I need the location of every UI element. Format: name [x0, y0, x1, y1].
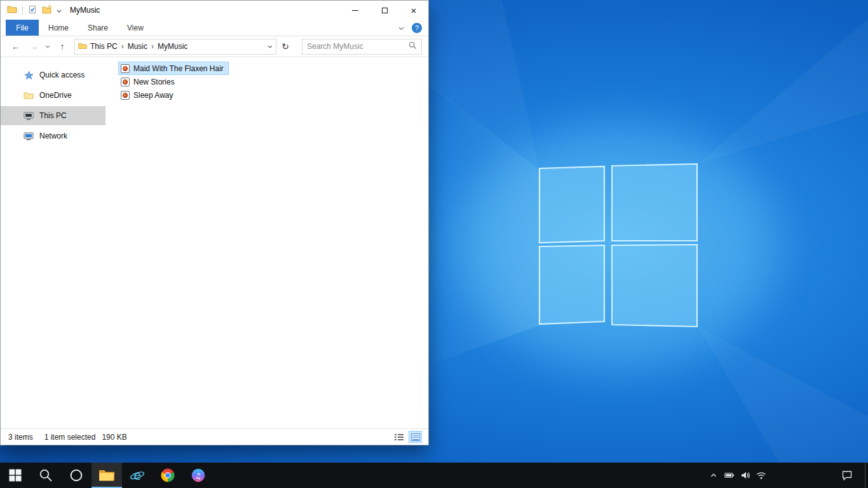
- cortana-button[interactable]: [61, 463, 92, 488]
- file-explorer-window: MyMusic × File Home Share View ? ← → ↑: [0, 0, 429, 445]
- items-count: 3 items: [8, 433, 33, 442]
- file-explorer-icon: [98, 468, 115, 482]
- internet-explorer-icon: e: [130, 468, 145, 483]
- close-button[interactable]: ×: [399, 1, 428, 20]
- taskbar: e ♫: [0, 463, 868, 488]
- navigation-pane: Quick access OneDrive This PC Network: [1, 57, 105, 428]
- qat-chevron-down-icon[interactable]: [57, 6, 62, 15]
- breadcrumb-this-pc[interactable]: This PC: [87, 42, 121, 51]
- ribbon-tab-row: File Home Share View ?: [1, 20, 428, 36]
- toolbar-separator: [22, 6, 23, 15]
- minimize-button[interactable]: [341, 1, 370, 20]
- cortana-icon: [69, 468, 84, 483]
- onedrive-folder-icon: [24, 90, 34, 100]
- system-tray: [709, 463, 766, 488]
- volume-icon[interactable]: [740, 470, 750, 480]
- action-center-icon: [841, 470, 853, 481]
- internet-explorer-button[interactable]: e: [122, 463, 153, 488]
- start-button[interactable]: [0, 463, 31, 488]
- svg-text:e: e: [133, 468, 141, 482]
- window-folder-icon: [7, 4, 17, 17]
- refresh-button[interactable]: ↻: [277, 39, 294, 55]
- action-center-button[interactable]: [836, 463, 858, 488]
- search-icon: [38, 468, 53, 483]
- back-button[interactable]: ←: [7, 38, 25, 55]
- tray-chevron-up-icon[interactable]: [709, 470, 719, 480]
- explorer-content: Quick access OneDrive This PC Network: [1, 57, 428, 428]
- file-item[interactable]: Sleep Away: [118, 88, 179, 102]
- properties-icon[interactable]: [28, 5, 37, 16]
- file-item[interactable]: New Stories: [118, 75, 180, 88]
- quick-access-toolbar: [7, 4, 62, 17]
- file-name: Sleep Away: [133, 91, 173, 100]
- breadcrumb-mymusic[interactable]: MyMusic: [154, 42, 191, 51]
- address-bar: ← → ↑ This PC › Music › MyMusic ↻: [1, 36, 428, 57]
- network-icon: [24, 131, 34, 141]
- view-switcher: [392, 431, 422, 443]
- titlebar: MyMusic ×: [1, 1, 428, 20]
- selection-status: 1 item selected: [44, 433, 96, 442]
- tab-view[interactable]: View: [118, 20, 153, 36]
- sidebar-item-this-pc[interactable]: This PC: [1, 106, 105, 125]
- itunes-button[interactable]: ♫: [183, 463, 214, 488]
- sidebar-item-label: OneDrive: [39, 91, 72, 100]
- large-icons-view-icon: [411, 433, 420, 441]
- search-icon[interactable]: [409, 41, 417, 51]
- svg-text:♫: ♫: [195, 471, 201, 480]
- maximize-icon: [382, 8, 388, 13]
- tab-file[interactable]: File: [6, 20, 39, 36]
- breadcrumb-music[interactable]: Music: [125, 42, 151, 51]
- sidebar-item-network[interactable]: Network: [1, 126, 105, 146]
- chrome-icon: [160, 468, 175, 483]
- sidebar-item-label: Network: [39, 132, 67, 140]
- audio-disc-glyph: [123, 66, 128, 71]
- file-list[interactable]: Maid With The Flaxen Hair New Stories Sl…: [105, 57, 428, 428]
- status-bar: 3 items 1 item selected 190 KB: [1, 428, 428, 445]
- search-box: [302, 39, 422, 55]
- expand-ribbon-chevron-icon[interactable]: [398, 24, 404, 32]
- taskbar-search-button[interactable]: [31, 463, 61, 488]
- maximize-button[interactable]: [370, 1, 399, 20]
- new-folder-icon[interactable]: [42, 5, 51, 16]
- file-item-selected[interactable]: Maid With The Flaxen Hair: [118, 62, 229, 75]
- show-desktop-button[interactable]: [865, 463, 868, 488]
- audio-disc-glyph: [123, 79, 128, 85]
- address-dropdown-chevron-icon[interactable]: [264, 39, 276, 54]
- file-name: New Stories: [133, 78, 175, 86]
- sidebar-item-label: Quick access: [39, 71, 85, 79]
- sidebar-item-onedrive[interactable]: OneDrive: [1, 86, 105, 105]
- quick-access-star-icon: [24, 70, 34, 80]
- battery-icon[interactable]: [724, 470, 735, 480]
- help-button[interactable]: ?: [412, 23, 422, 33]
- forward-button[interactable]: →: [25, 38, 42, 55]
- itunes-icon: ♫: [191, 468, 206, 483]
- chrome-button[interactable]: [153, 463, 183, 488]
- recent-locations-chevron-icon[interactable]: [43, 38, 53, 55]
- address-folder-icon: [78, 41, 87, 52]
- caption-buttons: ×: [341, 1, 428, 20]
- audio-disc-glyph: [123, 93, 128, 98]
- wifi-icon[interactable]: [756, 470, 766, 480]
- sidebar-item-label: This PC: [39, 111, 67, 120]
- details-view-button[interactable]: [392, 431, 405, 443]
- computer-icon: [24, 111, 34, 121]
- address-box[interactable]: This PC › Music › MyMusic: [74, 39, 276, 55]
- audio-file-icon: [121, 78, 130, 86]
- audio-file-icon: [121, 64, 130, 73]
- windows-start-icon: [8, 468, 23, 483]
- sidebar-item-quick-access[interactable]: Quick access: [1, 65, 105, 85]
- window-title: MyMusic: [70, 6, 100, 15]
- tab-home[interactable]: Home: [39, 20, 78, 36]
- ribbon-right-controls: ?: [398, 20, 428, 36]
- file-name: Maid With The Flaxen Hair: [133, 64, 224, 73]
- details-view-icon: [395, 433, 403, 441]
- minimize-icon: [352, 10, 358, 11]
- audio-file-icon: [121, 91, 130, 100]
- search-input[interactable]: [307, 42, 409, 51]
- up-button[interactable]: ↑: [53, 38, 71, 55]
- tab-share[interactable]: Share: [78, 20, 118, 36]
- large-icons-view-button[interactable]: [409, 431, 422, 443]
- selection-size: 190 KB: [102, 433, 126, 442]
- taskbar-file-explorer-button[interactable]: [92, 463, 122, 488]
